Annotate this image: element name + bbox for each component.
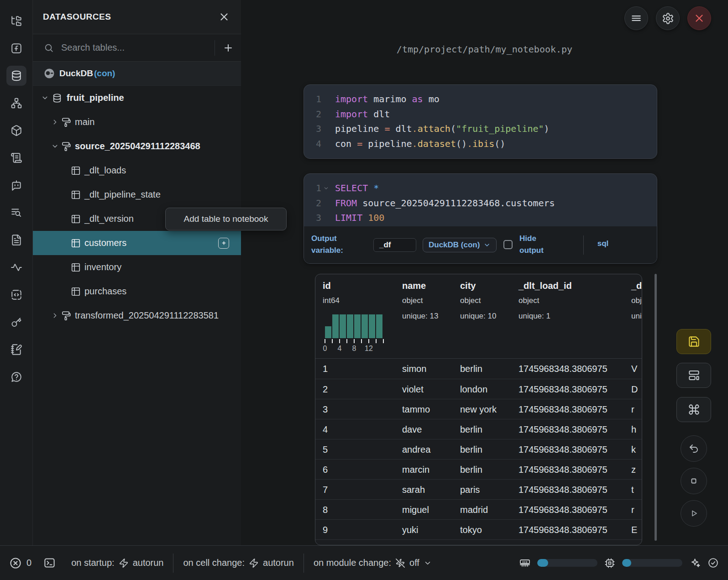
code-token: import — [335, 109, 368, 120]
stop-button[interactable] — [681, 468, 707, 494]
column-header-dlt-load-id[interactable]: _dlt_load_id — [519, 281, 572, 291]
engine-select-value: DuckDB (con) — [429, 240, 480, 250]
tree-item-fruit_pipeline[interactable]: fruit_pipeline — [33, 86, 241, 110]
code-line[interactable]: 3LIMIT 100 — [304, 210, 657, 225]
add-datasource-button[interactable] — [220, 40, 236, 56]
zap-off-icon — [395, 558, 405, 568]
chevron-right-icon[interactable] — [51, 118, 59, 126]
chat-bot-icon[interactable] — [6, 175, 26, 195]
column-type: object — [460, 296, 481, 305]
code-line[interactable]: 2FROM source_202504291112283468.customer… — [304, 196, 657, 211]
sql-cell[interactable]: 1SELECT *2FROM source_202504291112283468… — [304, 173, 657, 264]
fold-chevron-icon[interactable] — [321, 185, 330, 191]
dependency-graph-icon[interactable] — [6, 93, 26, 113]
shutdown-button[interactable] — [687, 6, 711, 30]
on-module-change-value: off — [409, 558, 419, 568]
tree-item-source_202504291112283468[interactable]: source_202504291112283468 — [33, 134, 241, 158]
code-line[interactable]: 1SELECT * — [304, 181, 657, 196]
activity-icon[interactable] — [6, 257, 26, 277]
column-header-name[interactable]: name — [402, 281, 426, 291]
code-line[interactable]: 4con = pipeline.dataset().ibis() — [304, 136, 657, 152]
logs-icon[interactable] — [6, 148, 26, 168]
column-header-id[interactable]: id — [323, 281, 331, 291]
table-cell: simon — [402, 364, 426, 374]
tree-item-inventory[interactable]: inventory — [33, 255, 241, 279]
database-icon[interactable] — [6, 66, 26, 86]
line-number: 3 — [304, 212, 321, 223]
chevron-right-icon[interactable] — [51, 312, 59, 319]
snippets-icon[interactable] — [6, 285, 26, 305]
save-button[interactable] — [676, 329, 711, 354]
table-row[interactable]: 6marcinberlin1745968348.3806975z — [315, 459, 642, 479]
table-row[interactable]: 1simonberlin1745968348.3806975V — [315, 359, 642, 379]
tree-item-_dlt_pipeline_state[interactable]: _dlt_pipeline_state — [33, 183, 241, 207]
on-cell-change-setting[interactable]: on cell change: autorun — [183, 558, 293, 568]
tree-item-transformed_202504291112283581[interactable]: transformed_202504291112283581 — [33, 303, 241, 328]
table-cell: tammo — [402, 404, 430, 414]
tree-item-customers[interactable]: customers — [33, 231, 241, 255]
check-circle-icon[interactable] — [707, 557, 719, 569]
search-list-icon[interactable] — [6, 203, 26, 223]
table-row[interactable]: 4daveberlin1745968348.3806975h — [315, 419, 642, 439]
chevron-down-icon[interactable] — [51, 142, 59, 150]
output-variable-input[interactable]: _df — [373, 238, 416, 252]
tree-item-label: inventory — [84, 262, 121, 272]
table-row[interactable]: 7sarahparis1745968348.3806975t — [315, 479, 642, 499]
search-input[interactable]: Search tables... — [61, 42, 125, 53]
table-row[interactable]: 8miguelmadrid1745968348.3806975r — [315, 499, 642, 519]
histogram-tick-label: 0 — [319, 345, 331, 353]
file-tree-icon[interactable] — [6, 11, 26, 31]
documentation-icon[interactable] — [6, 230, 26, 250]
code-token: as — [412, 94, 423, 105]
table-row[interactable]: 2violetlondon1745968348.3806975D — [315, 379, 642, 399]
table-cell: E — [631, 524, 637, 535]
column-header-city[interactable]: city — [460, 281, 476, 291]
column-header-dlt-id[interactable]: _dlt_id — [631, 281, 642, 291]
tree-item-label: fruit_pipeline — [67, 93, 124, 103]
engine-select[interactable]: DuckDB (con) — [423, 238, 497, 252]
code-line[interactable]: 1import marimo as mo — [304, 92, 657, 107]
terminal-button[interactable] — [43, 557, 56, 569]
memory-meter — [537, 559, 597, 567]
settings-button[interactable] — [656, 6, 680, 30]
add-table-button[interactable] — [218, 238, 229, 249]
sparkles-icon[interactable] — [689, 557, 701, 569]
scrollbar-thumb[interactable] — [655, 274, 657, 541]
close-icon[interactable] — [217, 10, 231, 24]
help-icon[interactable] — [6, 367, 26, 387]
code-line[interactable]: 3pipeline = dlt.attach("fruit_pipeline") — [304, 121, 657, 136]
layout-button[interactable] — [676, 363, 711, 388]
code-token: pipeline — [335, 123, 384, 134]
menu-button[interactable] — [624, 6, 648, 30]
divider — [583, 235, 584, 255]
undo-button[interactable] — [681, 435, 707, 462]
table-row[interactable]: 5andreaberlin1745968348.3806975k — [315, 439, 642, 459]
histogram-tick — [376, 339, 377, 343]
tree-item-_dlt_loads[interactable]: _dlt_loads — [33, 158, 241, 183]
panel-header: DATASOURCES — [33, 0, 241, 34]
column-type: object — [631, 296, 642, 305]
tree-item-purchases[interactable]: purchases — [33, 279, 241, 303]
table-row[interactable]: 3tammonew york1745968348.3806975r — [315, 399, 642, 419]
hide-output-checkbox[interactable] — [503, 240, 513, 249]
on-module-change-setting[interactable]: on module change: off — [314, 558, 432, 568]
on-startup-setting[interactable]: on startup: autorun — [71, 558, 163, 568]
packages-icon[interactable] — [6, 120, 26, 141]
chevron-down-icon[interactable] — [41, 94, 49, 102]
table-header: id int64 04812 name object unique: 13 ci… — [315, 274, 642, 359]
command-palette-button[interactable] — [676, 397, 711, 422]
code-cell-imports[interactable]: 1import marimo as mo2import dlt3pipeline… — [304, 84, 657, 159]
functions-icon[interactable] — [6, 38, 26, 58]
code-line[interactable]: 2import dlt — [304, 107, 657, 122]
notebook-path[interactable]: /tmp/project/path/my_notebook.py — [241, 44, 728, 55]
table-row[interactable]: 9yukitokyo1745968348.3806975E — [315, 519, 642, 539]
histogram-bar — [340, 314, 346, 338]
error-count-button[interactable]: 0 — [9, 557, 31, 570]
secrets-icon[interactable] — [6, 312, 26, 332]
scratchpad-icon[interactable] — [6, 340, 26, 360]
run-button[interactable] — [681, 500, 707, 527]
sql-editor[interactable]: 1SELECT *2FROM source_202504291112283468… — [304, 174, 657, 225]
connection-duckdb[interactable]: DuckDB (con) — [33, 62, 241, 86]
tree-item-main[interactable]: main — [33, 110, 241, 134]
code-editor[interactable]: 1import marimo as mo2import dlt3pipeline… — [304, 85, 657, 151]
